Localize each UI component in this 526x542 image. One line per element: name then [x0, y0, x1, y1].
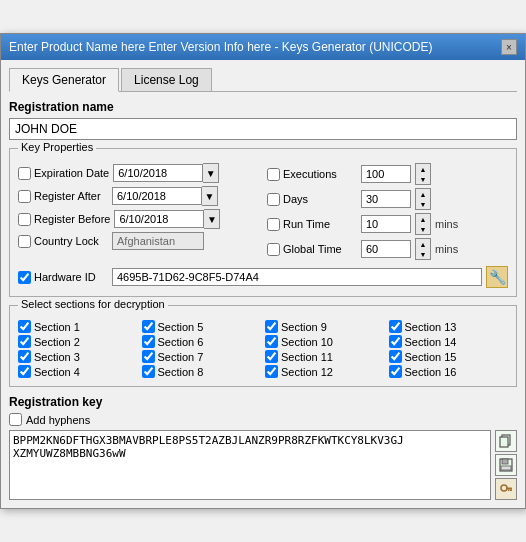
executions-label: Executions	[267, 168, 357, 181]
sections-grid: Section 1Section 5Section 9Section 13Sec…	[18, 320, 508, 378]
section-2-checkbox[interactable]	[18, 335, 31, 348]
registration-key-section: Registration key Add hyphens	[9, 395, 517, 500]
section-13-checkbox[interactable]	[389, 320, 402, 333]
register-before-row: Register Before ▼	[18, 209, 259, 229]
country-lock-input[interactable]	[112, 232, 204, 250]
register-before-checkbox[interactable]	[18, 213, 31, 226]
section-item: Section 4	[18, 365, 138, 378]
title-bar: Enter Product Name here Enter Version In…	[1, 34, 525, 60]
executions-spin-up[interactable]: ▲	[416, 164, 430, 174]
section-14-checkbox[interactable]	[389, 335, 402, 348]
executions-input[interactable]	[361, 165, 411, 183]
section-4-checkbox[interactable]	[18, 365, 31, 378]
section-6-checkbox[interactable]	[142, 335, 155, 348]
section-12-label: Section 12	[281, 366, 333, 378]
run-time-spin-up[interactable]: ▲	[416, 214, 430, 224]
section-8-checkbox[interactable]	[142, 365, 155, 378]
executions-checkbox[interactable]	[267, 168, 280, 181]
register-after-input[interactable]	[112, 187, 202, 205]
register-after-picker-icon[interactable]: ▼	[202, 186, 218, 206]
add-hyphens-checkbox[interactable]	[9, 413, 22, 426]
run-time-spin-down[interactable]: ▼	[416, 224, 430, 234]
section-7-checkbox[interactable]	[142, 350, 155, 363]
copy-icon	[499, 434, 513, 448]
section-15-checkbox[interactable]	[389, 350, 402, 363]
svg-rect-6	[506, 488, 512, 490]
register-after-row: Register After ▼	[18, 186, 259, 206]
section-15-label: Section 15	[405, 351, 457, 363]
country-lock-checkbox[interactable]	[18, 235, 31, 248]
executions-spinner[interactable]: ▲ ▼	[415, 163, 431, 185]
executions-spin-down[interactable]: ▼	[416, 174, 430, 184]
sections-group: Select sections for decryption Section 1…	[9, 305, 517, 387]
run-time-checkbox[interactable]	[267, 218, 280, 231]
global-time-spinner[interactable]: ▲ ▼	[415, 238, 431, 260]
register-after-checkbox[interactable]	[18, 190, 31, 203]
days-spin-up[interactable]: ▲	[416, 189, 430, 199]
section-5-checkbox[interactable]	[142, 320, 155, 333]
section-item: Section 9	[265, 320, 385, 333]
expiration-date-label: Expiration Date	[18, 167, 109, 180]
section-1-checkbox[interactable]	[18, 320, 31, 333]
section-item: Section 5	[142, 320, 262, 333]
svg-rect-8	[508, 490, 510, 492]
section-item: Section 2	[18, 335, 138, 348]
hardware-id-icon[interactable]: 🔧	[486, 266, 508, 288]
days-spinner[interactable]: ▲ ▼	[415, 188, 431, 210]
global-time-spin-up[interactable]: ▲	[416, 239, 430, 249]
run-time-spinner[interactable]: ▲ ▼	[415, 213, 431, 235]
copy-key-button[interactable]	[495, 430, 517, 452]
generate-key-button[interactable]	[495, 478, 517, 500]
section-item: Section 10	[265, 335, 385, 348]
register-before-picker-icon[interactable]: ▼	[204, 209, 220, 229]
section-item: Section 7	[142, 350, 262, 363]
hardware-id-checkbox[interactable]	[18, 271, 31, 284]
run-time-row: Run Time ▲ ▼ mins	[267, 213, 508, 235]
registration-key-area	[9, 430, 517, 500]
registration-name-input[interactable]	[9, 118, 517, 140]
section-9-checkbox[interactable]	[265, 320, 278, 333]
expiration-date-wrap: ▼	[113, 163, 219, 183]
expiration-date-picker-icon[interactable]: ▼	[203, 163, 219, 183]
global-time-spin-down[interactable]: ▼	[416, 249, 430, 259]
executions-row: Executions ▲ ▼	[267, 163, 508, 185]
days-checkbox[interactable]	[267, 193, 280, 206]
registration-key-textarea[interactable]	[9, 430, 491, 500]
tab-bar: Keys Generator License Log	[9, 68, 517, 92]
section-16-checkbox[interactable]	[389, 365, 402, 378]
section-10-checkbox[interactable]	[265, 335, 278, 348]
expiration-date-input[interactable]	[113, 164, 203, 182]
section-item: Section 15	[389, 350, 509, 363]
register-before-label: Register Before	[18, 213, 110, 226]
section-item: Section 1	[18, 320, 138, 333]
section-10-label: Section 10	[281, 336, 333, 348]
section-item: Section 8	[142, 365, 262, 378]
section-11-checkbox[interactable]	[265, 350, 278, 363]
section-12-checkbox[interactable]	[265, 365, 278, 378]
global-time-input[interactable]	[361, 240, 411, 258]
expiration-date-checkbox[interactable]	[18, 167, 31, 180]
registration-key-buttons	[495, 430, 517, 500]
key-icon	[499, 482, 513, 496]
save-key-button[interactable]	[495, 454, 517, 476]
hardware-id-input[interactable]	[112, 268, 482, 286]
tab-license-log[interactable]: License Log	[121, 68, 212, 91]
section-5-label: Section 5	[158, 321, 204, 333]
run-time-input[interactable]	[361, 215, 411, 233]
tab-keys-generator[interactable]: Keys Generator	[9, 68, 119, 92]
svg-rect-7	[510, 490, 512, 492]
close-button[interactable]: ×	[501, 39, 517, 55]
left-props: Expiration Date ▼ Register After	[18, 163, 259, 263]
days-input[interactable]	[361, 190, 411, 208]
section-7-label: Section 7	[158, 351, 204, 363]
register-before-input[interactable]	[114, 210, 204, 228]
section-item: Section 3	[18, 350, 138, 363]
svg-rect-4	[501, 466, 511, 470]
run-time-unit: mins	[435, 218, 458, 230]
sections-content: Section 1Section 5Section 9Section 13Sec…	[18, 320, 508, 378]
global-time-checkbox[interactable]	[267, 243, 280, 256]
section-14-label: Section 14	[405, 336, 457, 348]
days-spin-down[interactable]: ▼	[416, 199, 430, 209]
registration-name-label: Registration name	[9, 100, 517, 114]
section-3-checkbox[interactable]	[18, 350, 31, 363]
